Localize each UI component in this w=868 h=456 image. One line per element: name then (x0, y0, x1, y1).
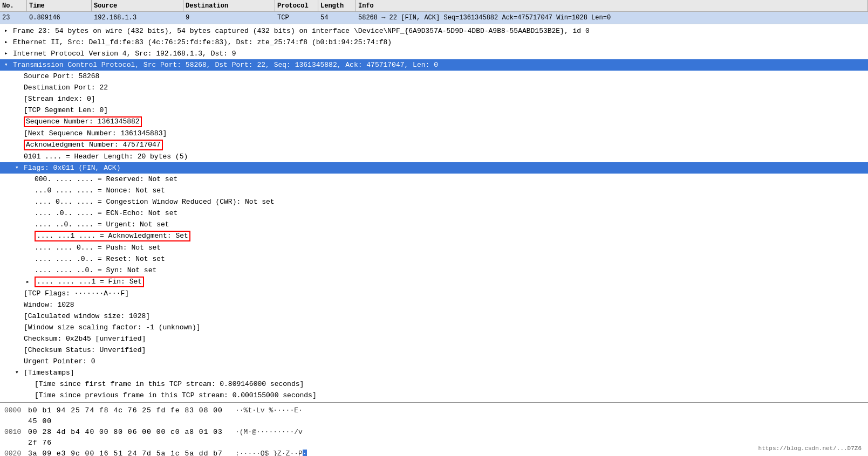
no-expander (15, 288, 23, 299)
detail-text-urgent: .... ..0. .... = Urgent: Not set (35, 219, 169, 230)
detail-text-next-seq: [Next Sequence Number: 1361345883] (24, 128, 167, 139)
hex-ascii: ··%t·Lv %·····E· (235, 405, 303, 427)
hex-bytes: 00 28 4d b4 40 00 80 06 00 00 c0 a8 01 0… (28, 427, 233, 448)
detail-line-ethernet[interactable]: ▸Ethernet II, Src: Dell_fd:fe:83 (4c:76:… (0, 37, 868, 48)
packet-no: 23 (0, 12, 27, 24)
no-expander (15, 311, 23, 321)
hex-offset: 0020 (4, 448, 26, 456)
col-header-info: Info (356, 0, 868, 11)
detail-text-push: .... .... 0... = Push: Not set (35, 243, 161, 253)
detail-line-cwr[interactable]: .... 0... .... = Congestion Window Reduc… (0, 196, 868, 208)
detail-line-stream-idx[interactable]: [Stream index: 0] (0, 93, 868, 105)
detail-line-urgent-ptr[interactable]: Urgent Pointer: 0 (0, 356, 868, 367)
no-expander (15, 334, 23, 344)
detail-text-flags: Flags: 0x011 (FIN, ACK) (24, 163, 120, 173)
expander-icon[interactable]: ▸ (4, 37, 12, 47)
no-expander (26, 208, 33, 218)
detail-text-tcp: Transmission Control Protocol, Src Port:… (13, 60, 438, 70)
expander-icon[interactable]: ▾ (4, 60, 12, 70)
detail-line-src-port[interactable]: Source Port: 58268 (0, 71, 868, 82)
expander-icon[interactable]: ▸ (26, 277, 33, 287)
detail-line-tcp[interactable]: ▾Transmission Control Protocol, Src Port… (0, 59, 868, 71)
detail-text-nonce: ...0 .... .... = Nonce: Not set (35, 185, 165, 196)
bottom-link: https://blog.csdn.net/...D7Z6 (758, 445, 862, 452)
packet-info: 58268 → 22 [FIN, ACK] Seq=1361345882 Ack… (356, 12, 868, 24)
no-expander (15, 356, 23, 367)
detail-text-checksum: Checksum: 0x2b45 [unverified] (24, 334, 146, 344)
detail-line-reserved[interactable]: 000. .... .... = Reserved: Not set (0, 174, 868, 185)
no-expander (15, 151, 23, 162)
hex-row: 0000 b0 b1 94 25 74 f8 4c 76 25 fd fe 83… (4, 405, 864, 427)
detail-line-flags[interactable]: ▾Flags: 0x011 (FIN, ACK) (0, 162, 868, 174)
no-expander (15, 71, 23, 81)
no-expander (26, 390, 33, 400)
col-header-source: Source (92, 0, 183, 11)
detail-line-ip[interactable]: ▸Internet Protocol Version 4, Src: 192.1… (0, 48, 868, 59)
col-header-dest: Destination (183, 0, 275, 11)
detail-text-ts-first: [Time since first frame in this TCP stre… (35, 379, 304, 389)
detail-line-urgent[interactable]: .... ..0. .... = Urgent: Not set (0, 219, 868, 230)
detail-text-window-scale: [Window size scaling factor: -1 (unknown… (24, 322, 201, 333)
no-expander (15, 105, 23, 115)
no-expander (15, 322, 23, 333)
detail-line-calc-window[interactable]: [Calculated window size: 1028] (0, 310, 868, 322)
detail-line-seg-len[interactable]: [TCP Segment Len: 0] (0, 105, 868, 116)
detail-text-syn: .... .... ..0. = Syn: Not set (35, 265, 156, 275)
hex-ascii: ·(M·@·········/v (235, 427, 303, 448)
hex-bytes: 3a 09 e3 9c 00 16 51 24 7d 5a 1c 5a dd b… (28, 448, 233, 456)
detail-line-checksum[interactable]: Checksum: 0x2b45 [unverified] (0, 333, 868, 344)
detail-text-seg-len: [TCP Segment Len: 0] (24, 105, 108, 115)
detail-text-urgent-ptr: Urgent Pointer: 0 (24, 356, 95, 367)
detail-line-seq-num[interactable]: Sequence Number: 1361345882 (0, 116, 868, 128)
hex-row: 0010 00 28 4d b4 40 00 80 06 00 00 c0 a8… (4, 427, 864, 448)
detail-line-ack-flag[interactable]: .... ...1 .... = Acknowledgment: Set (0, 230, 868, 242)
detail-line-frame[interactable]: ▸Frame 23: 54 bytes on wire (432 bits), … (0, 25, 868, 37)
detail-text-frame: Frame 23: 54 bytes on wire (432 bits), 5… (13, 26, 590, 36)
detail-line-hdr-len[interactable]: 0101 .... = Header Length: 20 bytes (5) (0, 151, 868, 162)
detail-line-ts-prev[interactable]: [Time since previous frame in this TCP s… (0, 390, 868, 401)
detail-text-ack-flag: .... ...1 .... = Acknowledgment: Set (35, 231, 190, 241)
col-header-len: Length (318, 0, 356, 11)
detail-line-nonce[interactable]: ...0 .... .... = Nonce: Not set (0, 185, 868, 196)
packet-row[interactable]: 23 0.809146 192.168.1.3 9 TCP 54 58268 →… (0, 12, 868, 24)
no-expander (15, 82, 23, 93)
detail-line-syn[interactable]: .... .... ..0. = Syn: Not set (0, 265, 868, 276)
detail-line-fin[interactable]: ▸.... .... ...1 = Fin: Set (0, 276, 868, 288)
no-expander (26, 243, 33, 253)
detail-panel: ▸Frame 23: 54 bytes on wire (432 bits), … (0, 24, 868, 402)
hex-bytes: b0 b1 94 25 74 f8 4c 76 25 fd fe 83 08 0… (28, 405, 233, 427)
detail-line-timestamps[interactable]: ▾[Timestamps] (0, 367, 868, 378)
detail-line-ack-num[interactable]: Acknowledgment Number: 475717047 (0, 139, 868, 151)
detail-line-next-seq[interactable]: [Next Sequence Number: 1361345883] (0, 128, 868, 139)
detail-line-window-scale[interactable]: [Window size scaling factor: -1 (unknown… (0, 322, 868, 333)
packet-source: 192.168.1.3 (92, 12, 183, 24)
expander-icon[interactable]: ▾ (15, 368, 23, 378)
no-expander (26, 379, 33, 389)
detail-text-hdr-len: 0101 .... = Header Length: 20 bytes (5) (24, 151, 188, 162)
detail-line-ts-first[interactable]: [Time since first frame in this TCP stre… (0, 378, 868, 390)
col-header-time: Time (27, 0, 92, 11)
detail-line-window[interactable]: Window: 1028 (0, 299, 868, 310)
packet-list-header: No. Time Source Destination Protocol Len… (0, 0, 868, 12)
hex-ascii: :·····Q$ }Z·Z··P· (235, 448, 307, 456)
detail-line-dst-port[interactable]: Destination Port: 22 (0, 82, 868, 93)
detail-line-tcp-flags[interactable]: [TCP Flags: ·······A···F] (0, 288, 868, 299)
no-expander (15, 345, 23, 355)
detail-text-ecn: .... .0.. .... = ECN-Echo: Not set (35, 208, 177, 218)
detail-line-ecn[interactable]: .... .0.. .... = ECN-Echo: Not set (0, 208, 868, 219)
detail-text-window: Window: 1028 (24, 300, 74, 310)
detail-line-push[interactable]: .... .... 0... = Push: Not set (0, 242, 868, 253)
packet-len: 54 (318, 12, 356, 24)
packet-proto: TCP (275, 12, 318, 24)
no-expander (26, 219, 33, 230)
expander-icon[interactable]: ▸ (4, 49, 12, 59)
detail-line-reset[interactable]: .... .... .0.. = Reset: Not set (0, 253, 868, 265)
packet-dest: 9 (183, 12, 275, 24)
detail-line-checksum-status[interactable]: [Checksum Status: Unverified] (0, 344, 868, 356)
expander-icon[interactable]: ▸ (4, 26, 12, 36)
packet-time: 0.809146 (27, 12, 92, 24)
expander-icon[interactable]: ▾ (15, 163, 23, 173)
no-expander (26, 197, 33, 207)
detail-text-calc-window: [Calculated window size: 1028] (24, 311, 150, 321)
col-header-no: No. (0, 0, 27, 11)
